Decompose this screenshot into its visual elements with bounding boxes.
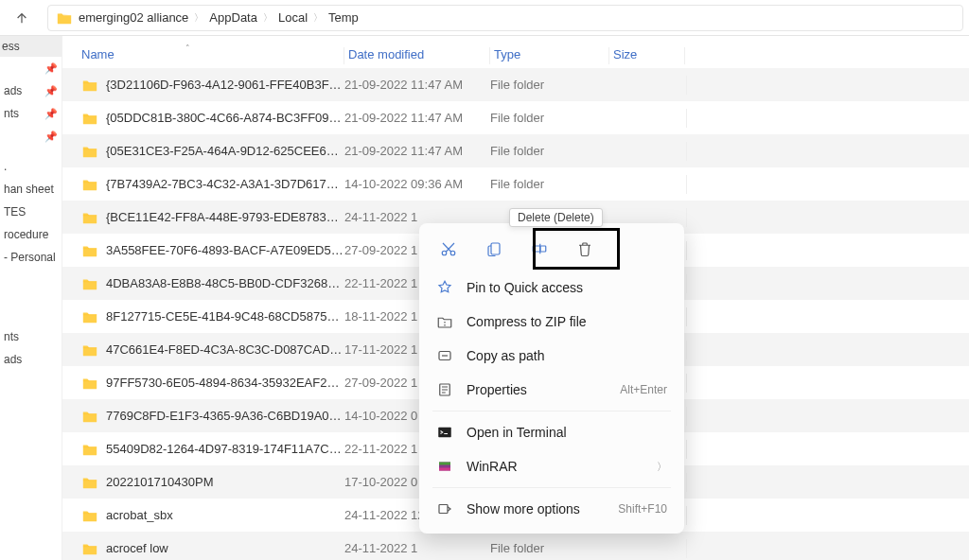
ctx-copy-as-path[interactable]: Copy as path [425, 339, 678, 373]
context-toolbar [425, 229, 678, 271]
more-icon [436, 500, 453, 517]
breadcrumb-sep: 〉 [194, 11, 203, 25]
winrar-icon [436, 458, 453, 475]
file-size [609, 76, 687, 95]
breadcrumb-item[interactable]: emerging02 alliance [79, 10, 188, 25]
rename-icon[interactable] [527, 236, 552, 261]
ctx-item-label: Properties [467, 382, 607, 397]
chevron-right-icon: 〉 [657, 460, 667, 474]
sidebar-item-label: . [4, 160, 7, 173]
file-name: 55409D82-1264-4D97-8319-174F11A7CB... [106, 442, 344, 456]
file-size [609, 175, 687, 194]
file-type: File folder [490, 144, 609, 158]
copy-icon[interactable] [482, 236, 506, 261]
folder-icon [81, 474, 98, 491]
column-date[interactable]: Date modified [344, 47, 490, 64]
ctx-pin-quickaccess[interactable]: Pin to Quick access [425, 271, 678, 305]
folder-icon [81, 275, 98, 292]
sidebar-item[interactable]: . [0, 155, 62, 178]
sidebar-item[interactable]: han sheet [0, 178, 62, 201]
file-name: 8F127715-CE5E-41B4-9C48-68CD58752E... [106, 309, 344, 324]
file-name: {05E31CE3-F25A-464A-9D12-625CEE6BF... [106, 144, 344, 158]
folder-icon [56, 9, 73, 26]
file-type: File folder [490, 111, 609, 125]
ctx-separator [432, 411, 671, 411]
sidebar-item[interactable]: 📌 [0, 125, 62, 148]
folder-icon [81, 308, 98, 325]
sort-indicator-icon: ˄ [185, 44, 190, 53]
sidebar-item[interactable]: TES [0, 201, 62, 223]
file-row[interactable]: acrocef low24-11-2022 1File folder [62, 532, 969, 560]
column-type[interactable]: Type [490, 47, 609, 64]
ctx-open-terminal[interactable]: Open in Terminal [425, 415, 678, 449]
file-row[interactable]: {05E31CE3-F25A-464A-9D12-625CEE6BF...21-… [62, 134, 969, 167]
sidebar-item[interactable]: 📌 [0, 57, 62, 79]
ctx-winrar[interactable]: WinRAR 〉 [425, 449, 678, 483]
file-type: File folder [490, 541, 609, 555]
pin-icon: 📌 [44, 108, 58, 120]
column-name[interactable]: Name˄ [81, 47, 344, 64]
breadcrumb-item[interactable]: Local [278, 10, 308, 25]
folder-icon [81, 408, 98, 425]
file-name: {7B7439A2-7BC3-4C32-A3A1-3D7D617D... [106, 177, 344, 191]
ctx-item-label: Pin to Quick access [467, 280, 667, 295]
svg-rect-10 [439, 468, 450, 471]
sidebar-item[interactable]: - Personal [0, 246, 62, 269]
file-name: 47C661E4-F8ED-4C3A-8C3C-D087CAD6... [106, 342, 344, 357]
properties-icon [436, 381, 453, 398]
folder-icon [81, 540, 98, 557]
context-menu: Pin to Quick access Compress to ZIP file… [419, 223, 684, 534]
delete-tooltip: Delete (Delete) [509, 208, 603, 227]
file-name: 4DBA83A8-E8B8-48C5-BB0D-CDF32684... [106, 276, 344, 290]
svg-rect-2 [491, 243, 500, 254]
svg-rect-9 [439, 463, 450, 465]
sidebar-item[interactable]: nts [0, 325, 62, 348]
folder-icon [81, 143, 98, 160]
path-box[interactable]: emerging02 alliance 〉 AppData 〉 Local 〉 … [47, 5, 963, 31]
file-name: 7769C8FD-E1F3-4365-9A36-C6BD19A08... [106, 409, 344, 423]
sidebar-item[interactable]: ads📌 [0, 79, 62, 102]
svg-point-1 [450, 251, 455, 255]
svg-rect-11 [439, 505, 448, 514]
breadcrumb-item[interactable]: AppData [209, 10, 257, 25]
ctx-item-label: WinRAR [467, 459, 643, 474]
zip-icon [436, 313, 453, 330]
file-date: 14-10-2022 09:36 AM [344, 177, 490, 191]
file-name: {BCE11E42-FF8A-448E-9793-EDE878379... [106, 210, 344, 224]
file-size [609, 539, 687, 558]
file-row[interactable]: {7B7439A2-7BC3-4C32-A3A1-3D7D617D...14-1… [62, 167, 969, 201]
svg-rect-3 [533, 246, 540, 252]
ctx-separator [432, 487, 671, 488]
sidebar-item-label: ads [4, 353, 22, 366]
quick-access-header[interactable]: ess [0, 36, 62, 57]
folder-icon [81, 341, 98, 359]
sidebar-item-label: nts [4, 330, 19, 343]
cut-icon[interactable] [436, 236, 461, 261]
file-date: 24-11-2022 1 [344, 541, 490, 555]
ctx-compress-zip[interactable]: Compress to ZIP file [425, 305, 678, 339]
file-row[interactable]: {3D21106D-F963-4A12-9061-FFE40B3FE...21-… [62, 68, 969, 101]
ctx-show-more[interactable]: Show more options Shift+F10 [425, 492, 678, 526]
column-size[interactable]: Size [609, 47, 685, 64]
pin-icon: 📌 [44, 62, 58, 75]
file-size [609, 142, 687, 161]
folder-icon [81, 507, 98, 524]
pin-icon: 📌 [44, 85, 58, 97]
file-type: File folder [490, 177, 609, 191]
file-date: 24-11-2022 1 [344, 210, 490, 224]
svg-rect-7 [438, 428, 451, 438]
nav-up-button[interactable] [2, 0, 42, 35]
ctx-properties[interactable]: Properties Alt+Enter [425, 373, 678, 407]
address-bar: emerging02 alliance 〉 AppData 〉 Local 〉 … [0, 0, 969, 36]
file-row[interactable]: {05DDC81B-380C-4C66-A874-BC3FF09EE...21-… [62, 101, 969, 134]
delete-icon[interactable] [573, 236, 597, 261]
sidebar-item[interactable]: ads [0, 348, 62, 371]
file-name: acrobat_sbx [106, 508, 173, 522]
sidebar-item[interactable]: nts📌 [0, 102, 62, 125]
file-name: {05DDC81B-380C-4C66-A874-BC3FF09EE... [106, 111, 344, 125]
file-type: File folder [490, 78, 609, 92]
ctx-item-shortcut: Alt+Enter [620, 383, 667, 396]
sidebar-item[interactable]: rocedure [0, 223, 62, 246]
breadcrumb-item[interactable]: Temp [328, 10, 359, 25]
sidebar-item-label: han sheet [4, 183, 54, 196]
